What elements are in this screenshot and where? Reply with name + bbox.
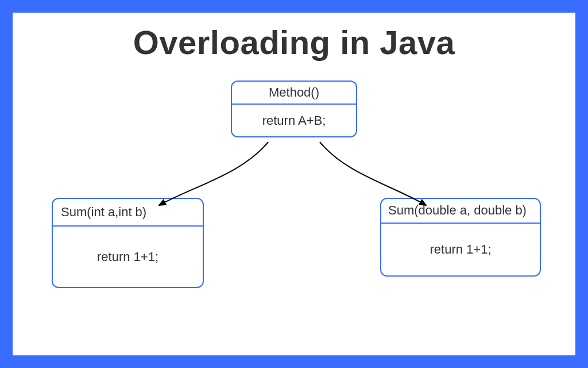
child-method-header-int: Sum(int a,int b)	[53, 199, 203, 227]
parent-method-box: Method() return A+B;	[231, 80, 357, 137]
page-title: Overloading in Java	[13, 23, 575, 62]
child-method-box-double: Sum(double a, double b) return 1+1;	[380, 198, 541, 277]
child-method-body-double: return 1+1;	[381, 224, 540, 275]
connector-arrows	[13, 13, 575, 355]
arrow-to-int	[159, 142, 268, 205]
child-method-box-int: Sum(int a,int b) return 1+1;	[52, 198, 204, 288]
parent-method-body: return A+B;	[232, 105, 356, 136]
diagram-frame: Overloading in Java Method() return A+B;…	[0, 0, 588, 368]
parent-method-header: Method()	[232, 82, 356, 105]
child-method-header-double: Sum(double a, double b)	[381, 199, 540, 224]
arrow-to-double	[320, 142, 426, 205]
child-method-body-int: return 1+1;	[53, 227, 203, 287]
